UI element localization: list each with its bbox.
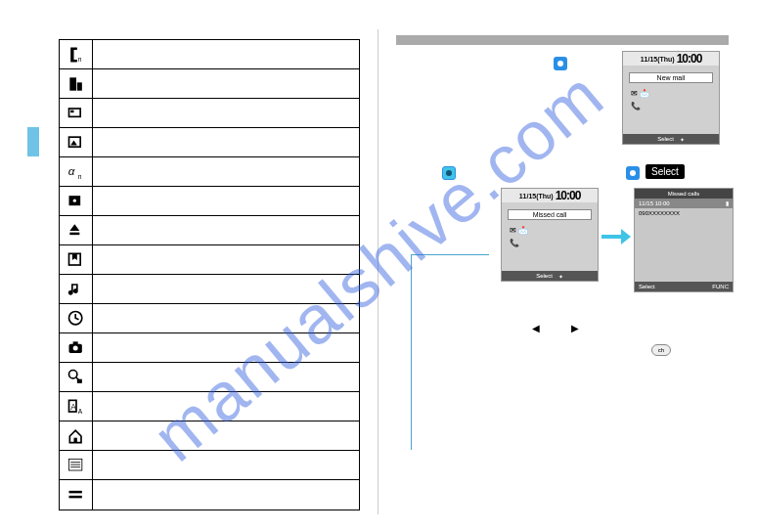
phone-mode-icon: n — [60, 40, 93, 68]
bookmark-icon — [60, 245, 93, 274]
camera-icon — [60, 333, 93, 362]
svg-marker-11 — [69, 224, 79, 231]
table-row — [60, 421, 359, 451]
flow-arrow-right — [601, 225, 631, 248]
table-row — [60, 99, 359, 128]
softkey-center: Select — [657, 136, 674, 142]
ch-key-icon: ch — [651, 344, 671, 356]
table-row — [60, 69, 359, 99]
nav-hint-icon: ✦ — [558, 273, 563, 280]
card-icon — [60, 99, 93, 127]
svg-rect-17 — [72, 341, 77, 344]
column-divider — [378, 29, 378, 514]
time-label: 10:00 — [677, 52, 702, 66]
notification-label: New mail — [629, 72, 713, 83]
svg-text:A: A — [70, 401, 76, 411]
eject-icon — [60, 216, 93, 244]
list-item-signal-icon: ▮ — [726, 199, 729, 208]
table-row — [60, 451, 359, 480]
table-row — [60, 216, 359, 245]
phone-screen-missed-call: 11/15(Thu) 10:00 Missed call ✉ 📩 📞 Selec… — [501, 188, 599, 282]
list-icon — [60, 451, 93, 479]
list-title: Missed calls — [635, 189, 733, 199]
softkey-left: Select — [639, 284, 655, 289]
list-item-number: 090XXXXXXXX — [639, 210, 680, 216]
status-icon-row: ✉ 📩 — [623, 87, 719, 100]
char-icon: AA — [60, 392, 93, 421]
dict-icon — [60, 363, 93, 391]
notification-label: Missed call — [508, 209, 592, 220]
clock-icon — [60, 304, 93, 332]
equal-icon — [60, 480, 93, 510]
table-row — [60, 363, 359, 392]
list-item-date: 11/15 10:00 — [639, 199, 670, 208]
table-row — [60, 245, 359, 275]
left-arrow-icon: ◀ — [532, 323, 540, 333]
table-row — [60, 304, 359, 333]
multi-key-icon — [442, 166, 456, 180]
center-key-icon — [554, 57, 567, 70]
svg-text:A: A — [77, 407, 82, 414]
table-row — [60, 187, 359, 216]
time-label: 10:00 — [556, 189, 581, 202]
icon-description-table: n αn — [59, 39, 360, 510]
svg-rect-24 — [73, 437, 76, 442]
status-icon-row: 📞 — [502, 237, 598, 249]
table-row: n — [60, 40, 359, 69]
status-icon-row: ✉ 📩 — [502, 224, 598, 237]
music-icon — [60, 275, 93, 303]
page-tab-marker — [27, 127, 39, 156]
svg-rect-1 — [69, 77, 76, 90]
building-icon — [60, 69, 93, 98]
picture-icon — [60, 128, 93, 156]
svg-point-18 — [68, 370, 76, 377]
svg-rect-20 — [76, 378, 81, 382]
date-label: 11/15(Thu) — [519, 193, 554, 200]
home-icon — [60, 421, 93, 450]
softkey-center: Select — [536, 273, 553, 279]
svg-rect-30 — [68, 496, 81, 499]
phone-screen-new-mail: 11/15(Thu) 10:00 New mail ✉ 📩 📞 Select ✦ — [622, 51, 720, 145]
svg-rect-12 — [69, 232, 79, 235]
status-icon-row: 📞 — [623, 100, 719, 112]
flow-guide-horizontal — [411, 254, 489, 255]
svg-text:n: n — [77, 172, 81, 179]
svg-rect-3 — [68, 109, 80, 116]
svg-rect-4 — [70, 110, 73, 112]
table-row — [60, 275, 359, 304]
nav-hint-icon: ✦ — [680, 136, 685, 143]
table-row — [60, 333, 359, 363]
svg-rect-2 — [76, 82, 81, 90]
flow-guide-vertical — [411, 254, 412, 450]
photo-icon — [60, 187, 93, 215]
alpha-icon: αn — [60, 157, 93, 186]
svg-rect-29 — [68, 491, 81, 494]
table-row — [60, 480, 359, 510]
select-action-label: Select — [646, 164, 685, 179]
center-key-icon — [626, 166, 640, 180]
table-row: AA — [60, 392, 359, 421]
svg-text:α: α — [67, 164, 74, 177]
phone-screen-missed-calls-list: Missed calls 11/15 10:00 ▮ 090XXXXXXXX S… — [634, 188, 734, 292]
svg-point-10 — [72, 199, 75, 201]
svg-point-16 — [72, 345, 77, 350]
section-heading-bar — [396, 35, 729, 45]
table-row: αn — [60, 157, 359, 187]
right-arrow-icon: ▶ — [571, 323, 579, 333]
table-row — [60, 128, 359, 157]
svg-text:n: n — [77, 55, 81, 62]
svg-marker-6 — [70, 140, 77, 145]
date-label: 11/15(Thu) — [641, 56, 675, 63]
softkey-right: FUNC — [712, 284, 729, 289]
